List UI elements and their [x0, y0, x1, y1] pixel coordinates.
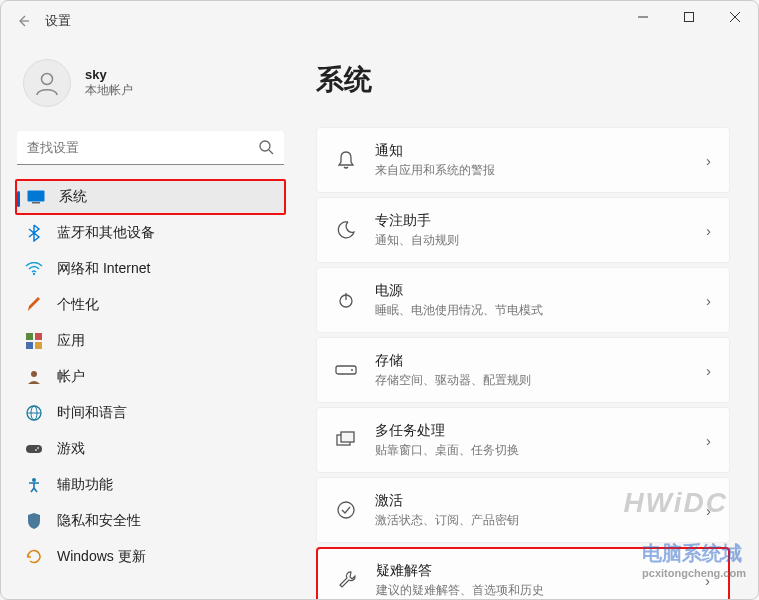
- svg-point-14: [31, 371, 37, 377]
- svg-point-21: [32, 478, 36, 482]
- card-subtitle: 建议的疑难解答、首选项和历史: [376, 582, 687, 599]
- card-subtitle: 睡眠、电池使用情况、节电模式: [375, 302, 688, 319]
- svg-rect-10: [26, 333, 33, 340]
- drive-icon: [335, 359, 357, 381]
- moon-icon: [335, 219, 357, 241]
- display-icon: [27, 188, 45, 206]
- window-controls: [620, 1, 758, 33]
- nav-item-bluetooth[interactable]: 蓝牙和其他设备: [15, 215, 286, 251]
- nav-item-network[interactable]: 网络和 Internet: [15, 251, 286, 287]
- svg-rect-27: [341, 432, 354, 442]
- search-icon: [258, 139, 274, 159]
- card-subtitle: 激活状态、订阅、产品密钥: [375, 512, 688, 529]
- card-title: 疑难解答: [376, 562, 687, 580]
- arrow-left-icon: [15, 13, 31, 29]
- card-body: 电源 睡眠、电池使用情况、节电模式: [375, 282, 688, 319]
- power-icon: [335, 289, 357, 311]
- card-troubleshoot[interactable]: 疑难解答 建议的疑难解答、首选项和历史 ›: [316, 547, 730, 599]
- card-activation[interactable]: 激活 激活状态、订阅、产品密钥 ›: [316, 477, 730, 543]
- svg-line-6: [269, 150, 273, 154]
- card-focus-assist[interactable]: 专注助手 通知、自动规则 ›: [316, 197, 730, 263]
- nav-label: 个性化: [57, 296, 99, 314]
- svg-rect-8: [32, 202, 40, 204]
- chevron-right-icon: ›: [706, 292, 711, 309]
- titlebar: 设置: [1, 1, 758, 41]
- minimize-button[interactable]: [620, 1, 666, 33]
- card-title: 专注助手: [375, 212, 688, 230]
- minimize-icon: [638, 12, 648, 22]
- nav-label: 蓝牙和其他设备: [57, 224, 155, 242]
- svg-rect-1: [685, 13, 694, 22]
- svg-point-9: [33, 273, 35, 275]
- sidebar: sky 本地帐户 系统 蓝牙和其他设备: [1, 41, 296, 599]
- chevron-right-icon: ›: [706, 152, 711, 169]
- avatar: [23, 59, 71, 107]
- card-body: 多任务处理 贴靠窗口、桌面、任务切换: [375, 422, 688, 459]
- update-icon: [25, 548, 43, 566]
- card-subtitle: 通知、自动规则: [375, 232, 688, 249]
- card-notifications[interactable]: 通知 来自应用和系统的警报 ›: [316, 127, 730, 193]
- svg-point-28: [338, 502, 354, 518]
- shield-icon: [25, 512, 43, 530]
- svg-rect-7: [28, 191, 45, 202]
- nav-item-system[interactable]: 系统: [15, 179, 286, 215]
- svg-rect-18: [26, 445, 42, 453]
- user-name: sky: [85, 67, 133, 82]
- card-body: 激活 激活状态、订阅、产品密钥: [375, 492, 688, 529]
- nav-item-privacy[interactable]: 隐私和安全性: [15, 503, 286, 539]
- nav-item-accounts[interactable]: 帐户: [15, 359, 286, 395]
- gamepad-icon: [25, 440, 43, 458]
- nav-label: 应用: [57, 332, 85, 350]
- nav-item-apps[interactable]: 应用: [15, 323, 286, 359]
- nav-label: 隐私和安全性: [57, 512, 141, 530]
- close-button[interactable]: [712, 1, 758, 33]
- svg-point-5: [260, 141, 270, 151]
- card-power[interactable]: 电源 睡眠、电池使用情况、节电模式 ›: [316, 267, 730, 333]
- search-wrap: [17, 131, 284, 165]
- bluetooth-icon: [25, 224, 43, 242]
- chevron-right-icon: ›: [705, 572, 710, 589]
- nav-label: Windows 更新: [57, 548, 146, 566]
- wrench-icon: [336, 569, 358, 591]
- card-title: 激活: [375, 492, 688, 510]
- svg-point-19: [37, 447, 39, 449]
- account-icon: [25, 368, 43, 386]
- paintbrush-icon: [25, 296, 43, 314]
- nav-item-personalization[interactable]: 个性化: [15, 287, 286, 323]
- close-icon: [730, 12, 740, 22]
- search-input[interactable]: [17, 131, 284, 165]
- card-body: 疑难解答 建议的疑难解答、首选项和历史: [376, 562, 687, 599]
- nav-label: 辅助功能: [57, 476, 113, 494]
- nav-item-gaming[interactable]: 游戏: [15, 431, 286, 467]
- svg-rect-12: [26, 342, 33, 349]
- svg-point-4: [42, 74, 53, 85]
- apps-icon: [25, 332, 43, 350]
- card-multitasking[interactable]: 多任务处理 贴靠窗口、桌面、任务切换 ›: [316, 407, 730, 473]
- page-title: 系统: [316, 61, 730, 99]
- nav-label: 游戏: [57, 440, 85, 458]
- accessibility-icon: [25, 476, 43, 494]
- window-title: 设置: [45, 12, 71, 30]
- bell-icon: [335, 149, 357, 171]
- wifi-icon: [25, 260, 43, 278]
- globe-icon: [25, 404, 43, 422]
- user-subtitle: 本地帐户: [85, 82, 133, 99]
- card-body: 通知 来自应用和系统的警报: [375, 142, 688, 179]
- svg-rect-13: [35, 342, 42, 349]
- card-storage[interactable]: 存储 存储空间、驱动器、配置规则 ›: [316, 337, 730, 403]
- main-panel: 系统 通知 来自应用和系统的警报 › 专注助手 通知、自动规则: [296, 41, 758, 599]
- back-button[interactable]: [5, 3, 41, 39]
- nav-item-windows-update[interactable]: Windows 更新: [15, 539, 286, 575]
- card-title: 多任务处理: [375, 422, 688, 440]
- card-subtitle: 来自应用和系统的警报: [375, 162, 688, 179]
- multitask-icon: [335, 429, 357, 451]
- user-icon: [32, 68, 62, 98]
- nav-item-time-language[interactable]: 时间和语言: [15, 395, 286, 431]
- user-profile[interactable]: sky 本地帐户: [15, 41, 286, 125]
- nav-item-accessibility[interactable]: 辅助功能: [15, 467, 286, 503]
- card-subtitle: 存储空间、驱动器、配置规则: [375, 372, 688, 389]
- nav-label: 系统: [59, 188, 87, 206]
- maximize-button[interactable]: [666, 1, 712, 33]
- chevron-right-icon: ›: [706, 362, 711, 379]
- chevron-right-icon: ›: [706, 502, 711, 519]
